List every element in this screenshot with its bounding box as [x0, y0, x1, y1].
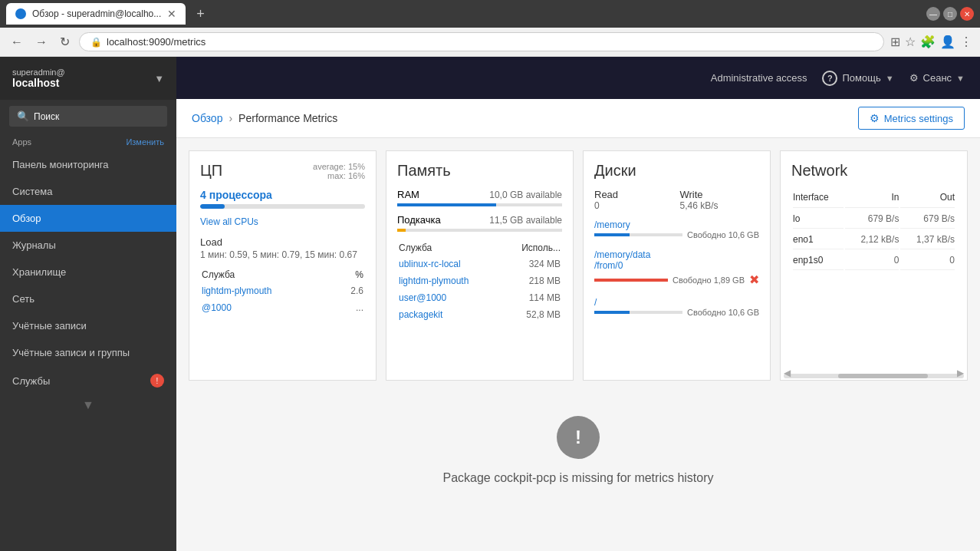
search-icon: 🔍 [17, 111, 29, 122]
swap-bar [397, 229, 562, 232]
network-scroll-right-btn[interactable]: ▶ [957, 368, 964, 378]
sidebar-chevron-icon: ▼ [154, 73, 164, 84]
sidebar-item-accounts-label: Учётные записи [12, 320, 87, 332]
table-row: enp1s0 0 0 [793, 251, 955, 270]
browser-chrome: Обзор - superadmin@localho... ✕ + — □ ✕ [0, 0, 980, 28]
session-label: Сеанс [923, 72, 952, 84]
sidebar-item-dashboard[interactable]: Панель мониторинга [0, 151, 176, 178]
forward-btn[interactable]: → [32, 32, 51, 52]
tab-title: Обзор - superadmin@localho... [32, 8, 161, 19]
disk-path-0[interactable]: /memory [594, 219, 630, 230]
metrics-gear-icon: ⚙ [870, 112, 880, 124]
disk-bar-row-2: Свободно 10,6 GB [594, 308, 759, 317]
disk-bar-fill-2 [594, 311, 630, 314]
mem-usage-0: 324 MB [503, 256, 561, 272]
mem-service-link-1[interactable]: lightdm-plymouth [399, 276, 469, 286]
swap-section: Подкачка 11,5 GB available [397, 214, 562, 232]
disk-item-0: /memory Свободно 10,6 GB [594, 219, 759, 239]
disk-bar-row-1: Свободно 1,89 GB ✖ [594, 272, 759, 287]
cast-icon[interactable]: ⊞ [890, 35, 900, 49]
cpu-load-section: Load 1 мин: 0.59, 5 мин: 0.79, 15 мин: 0… [200, 236, 365, 260]
admin-access-label: Administrative access [711, 72, 807, 84]
top-bar-right: Administrative access ? Помощь ▼ ⚙ Сеанс… [711, 71, 965, 86]
refresh-btn[interactable]: ↻ [57, 31, 73, 52]
network-scroll-left-btn[interactable]: ◀ [784, 368, 791, 378]
url-bar[interactable]: 🔒 localhost:9090/metrics [79, 32, 884, 51]
session-item[interactable]: ⚙ Сеанс ▼ [909, 72, 965, 84]
edit-apps-link[interactable]: Изменить [126, 137, 164, 147]
network-in-2: 0 [845, 251, 899, 270]
ram-bar [397, 203, 562, 206]
top-bar: Administrative access ? Помощь ▼ ⚙ Сеанс… [176, 57, 980, 99]
ram-bar-fill [397, 203, 496, 206]
swap-label: Подкачка [397, 214, 441, 226]
admin-access-item[interactable]: Administrative access [711, 72, 807, 84]
tab-close-btn[interactable]: ✕ [167, 8, 176, 20]
swap-row: Подкачка 11,5 GB available [397, 214, 562, 226]
cpu-bar-container [200, 204, 365, 209]
back-btn[interactable]: ← [8, 32, 26, 52]
disk-write-section: Write 5,46 kB/s [680, 189, 760, 211]
cpu-load-values: 1 мин: 0.59, 5 мин: 0.79, 15 мин: 0.67 [200, 249, 365, 260]
sidebar-item-services-label: Службы [12, 375, 50, 387]
close-btn[interactable]: ✕ [960, 7, 974, 21]
mem-service-link-2[interactable]: user@1000 [399, 292, 446, 303]
sidebar-item-system[interactable]: Система [0, 178, 176, 205]
table-row: lightdm-plymouth 218 MB [399, 273, 561, 289]
lock-icon: 🔒 [90, 37, 102, 48]
new-tab-btn[interactable]: + [192, 5, 209, 24]
star-icon[interactable]: ☆ [905, 35, 916, 49]
minimize-btn[interactable]: — [926, 7, 940, 21]
profile-icon[interactable]: 👤 [940, 35, 955, 49]
breadcrumb-bar: Обзор › Performance Metrics ⚙ Metrics se… [176, 99, 980, 138]
cpu-pct-col-header: % [339, 268, 363, 282]
view-all-cpus-link[interactable]: View all CPUs [200, 216, 365, 227]
sidebar-item-storage[interactable]: Хранилище [0, 259, 176, 285]
ram-value: 10,0 GB available [489, 190, 562, 200]
breadcrumb-overview-link[interactable]: Обзор [192, 112, 222, 124]
breadcrumb-current-page: Performance Metrics [238, 112, 337, 124]
sidebar-item-logs-label: Журналы [12, 239, 56, 251]
maximize-btn[interactable]: □ [943, 7, 957, 21]
extensions-icon[interactable]: 🧩 [920, 35, 936, 49]
sidebar-item-overview[interactable]: Обзор [0, 205, 176, 232]
memory-service-table: Служба Исполь... ublinux-rc-local 324 MB… [397, 239, 562, 324]
cpu-service-link-1[interactable]: @1000 [202, 302, 232, 313]
address-bar-actions: ⊞ ☆ 🧩 👤 ⋮ [890, 35, 972, 49]
disk-error-icon-1[interactable]: ✖ [749, 272, 759, 287]
disk-free-2: Свободно 10,6 GB [687, 308, 759, 317]
cpu-average-label: average: [313, 162, 346, 171]
table-row: eno1 2,12 kB/s 1,37 kB/s [793, 230, 955, 249]
menu-icon[interactable]: ⋮ [960, 35, 972, 49]
mem-service-link-0[interactable]: ublinux-rc-local [399, 259, 461, 269]
mem-usage-1: 218 MB [503, 273, 561, 289]
memory-title: Память [397, 162, 562, 180]
sidebar-item-logs[interactable]: Журналы [0, 232, 176, 259]
main-content: Administrative access ? Помощь ▼ ⚙ Сеанс… [176, 57, 980, 551]
memory-usage-col-header: Исполь... [503, 241, 561, 255]
services-badge: ! [150, 374, 164, 388]
sidebar-item-accounts[interactable]: Учётные записи [0, 312, 176, 339]
memory-card: Память RAM 10,0 GB available Подкачка [386, 150, 574, 381]
sidebar-hostname: localhost [12, 77, 65, 89]
sidebar-item-services[interactable]: Службы ! [0, 366, 176, 395]
help-label: Помощь [842, 72, 880, 84]
help-item[interactable]: ? Помощь ▼ [822, 71, 893, 86]
disk-path-1[interactable]: /memory/data [594, 249, 650, 260]
disk-bar-row-0: Свободно 10,6 GB [594, 230, 759, 239]
cpu-service-link-0[interactable]: lightdm-plymouth [202, 285, 271, 296]
sidebar-item-network[interactable]: Сеть [0, 285, 176, 312]
search-input[interactable]: 🔍 Поиск [9, 106, 167, 127]
disk-path-2[interactable]: / [594, 297, 597, 308]
network-scrollbar-thumb[interactable] [838, 374, 929, 378]
sidebar-item-groups[interactable]: Учётные записи и группы [0, 339, 176, 366]
cpu-average-value: 15% [348, 162, 365, 171]
sidebar-header[interactable]: superadmin@ localhost ▼ [0, 57, 176, 100]
mem-service-link-3[interactable]: packagekit [399, 309, 442, 320]
metrics-settings-btn[interactable]: ⚙ Metrics settings [858, 107, 965, 130]
browser-tab[interactable]: Обзор - superadmin@localho... ✕ [6, 3, 186, 25]
network-out-col-header: Out [900, 190, 955, 208]
disk-free-1: Свободно 1,89 GB [673, 276, 745, 285]
sidebar-item-dashboard-label: Панель мониторинга [12, 159, 109, 170]
disk-item-2: / Свободно 10,6 GB [594, 296, 759, 317]
